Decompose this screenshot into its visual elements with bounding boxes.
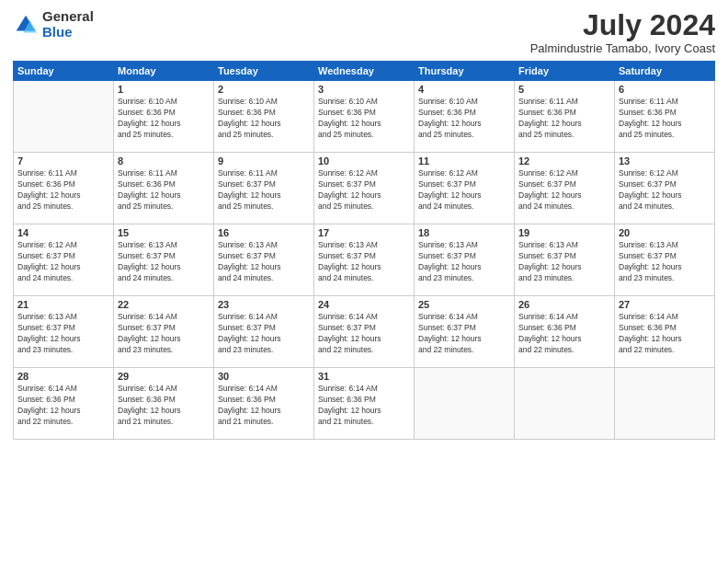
calendar-day: 15Sunrise: 6:13 AM Sunset: 6:37 PM Dayli… [114, 224, 214, 296]
col-tuesday: Tuesday [214, 62, 314, 81]
day-info: Sunrise: 6:14 AM Sunset: 6:36 PM Dayligh… [118, 384, 210, 428]
day-number: 14 [17, 227, 109, 238]
day-number: 3 [318, 84, 410, 95]
header-row: Sunday Monday Tuesday Wednesday Thursday… [14, 62, 715, 81]
calendar-day: 2Sunrise: 6:10 AM Sunset: 6:36 PM Daylig… [214, 81, 314, 153]
calendar-day: 16Sunrise: 6:13 AM Sunset: 6:37 PM Dayli… [214, 224, 314, 296]
calendar-day: 12Sunrise: 6:12 AM Sunset: 6:37 PM Dayli… [515, 153, 615, 224]
calendar-day: 24Sunrise: 6:14 AM Sunset: 6:37 PM Dayli… [314, 296, 415, 368]
logo-blue: Blue [42, 25, 94, 40]
day-number: 11 [418, 155, 510, 167]
calendar-title: July 2024 [530, 9, 715, 41]
day-info: Sunrise: 6:11 AM Sunset: 6:36 PM Dayligh… [17, 168, 109, 213]
day-info: Sunrise: 6:11 AM Sunset: 6:36 PM Dayligh… [518, 97, 610, 141]
day-number: 5 [518, 84, 610, 95]
day-number: 13 [619, 155, 711, 167]
day-info: Sunrise: 6:14 AM Sunset: 6:37 PM Dayligh… [118, 312, 210, 356]
day-info: Sunrise: 6:12 AM Sunset: 6:37 PM Dayligh… [17, 240, 109, 284]
calendar-day: 3Sunrise: 6:10 AM Sunset: 6:36 PM Daylig… [314, 81, 415, 153]
day-number: 29 [118, 371, 210, 382]
calendar-day: 4Sunrise: 6:10 AM Sunset: 6:36 PM Daylig… [415, 81, 515, 153]
calendar-day [14, 81, 114, 153]
day-number: 6 [619, 84, 711, 95]
day-number: 1 [118, 84, 210, 95]
col-saturday: Saturday [615, 62, 715, 81]
day-info: Sunrise: 6:13 AM Sunset: 6:37 PM Dayligh… [218, 240, 310, 284]
calendar-table: Sunday Monday Tuesday Wednesday Thursday… [13, 61, 715, 440]
calendar-day: 18Sunrise: 6:13 AM Sunset: 6:37 PM Dayli… [415, 224, 515, 296]
day-number: 12 [518, 155, 610, 167]
calendar-week-4: 21Sunrise: 6:13 AM Sunset: 6:37 PM Dayli… [14, 296, 715, 368]
day-number: 25 [418, 299, 510, 310]
col-sunday: Sunday [14, 62, 114, 81]
calendar-day: 10Sunrise: 6:12 AM Sunset: 6:37 PM Dayli… [314, 153, 415, 224]
day-info: Sunrise: 6:11 AM Sunset: 6:37 PM Dayligh… [218, 168, 310, 213]
day-number: 17 [318, 227, 410, 238]
day-info: Sunrise: 6:14 AM Sunset: 6:37 PM Dayligh… [418, 312, 510, 356]
calendar-day: 7Sunrise: 6:11 AM Sunset: 6:36 PM Daylig… [14, 153, 114, 224]
day-info: Sunrise: 6:12 AM Sunset: 6:37 PM Dayligh… [318, 168, 410, 213]
calendar-day: 29Sunrise: 6:14 AM Sunset: 6:36 PM Dayli… [114, 368, 214, 440]
calendar-day [615, 368, 715, 440]
calendar-day: 28Sunrise: 6:14 AM Sunset: 6:36 PM Dayli… [14, 368, 114, 440]
calendar-week-2: 7Sunrise: 6:11 AM Sunset: 6:36 PM Daylig… [14, 153, 715, 224]
day-info: Sunrise: 6:10 AM Sunset: 6:36 PM Dayligh… [318, 97, 410, 141]
day-info: Sunrise: 6:14 AM Sunset: 6:37 PM Dayligh… [318, 312, 410, 356]
calendar-day [515, 368, 615, 440]
logo-text: General Blue [42, 9, 94, 40]
day-info: Sunrise: 6:10 AM Sunset: 6:36 PM Dayligh… [418, 97, 510, 141]
day-number: 31 [318, 371, 410, 382]
day-info: Sunrise: 6:11 AM Sunset: 6:36 PM Dayligh… [118, 168, 210, 213]
day-number: 23 [218, 299, 310, 310]
calendar-week-1: 1Sunrise: 6:10 AM Sunset: 6:36 PM Daylig… [14, 81, 715, 153]
day-info: Sunrise: 6:13 AM Sunset: 6:37 PM Dayligh… [418, 240, 510, 284]
logo: General Blue [13, 9, 94, 40]
day-info: Sunrise: 6:13 AM Sunset: 6:37 PM Dayligh… [518, 240, 610, 284]
calendar-day [415, 368, 515, 440]
day-info: Sunrise: 6:12 AM Sunset: 6:37 PM Dayligh… [518, 168, 610, 213]
calendar-week-3: 14Sunrise: 6:12 AM Sunset: 6:37 PM Dayli… [14, 224, 715, 296]
day-number: 26 [518, 299, 610, 310]
day-number: 21 [17, 299, 109, 310]
day-info: Sunrise: 6:13 AM Sunset: 6:37 PM Dayligh… [318, 240, 410, 284]
day-number: 18 [418, 227, 510, 238]
calendar-day: 13Sunrise: 6:12 AM Sunset: 6:37 PM Dayli… [615, 153, 715, 224]
calendar-day: 23Sunrise: 6:14 AM Sunset: 6:37 PM Dayli… [214, 296, 314, 368]
calendar-day: 20Sunrise: 6:13 AM Sunset: 6:37 PM Dayli… [615, 224, 715, 296]
day-number: 15 [118, 227, 210, 238]
logo-icon [13, 12, 39, 38]
day-number: 10 [318, 155, 410, 167]
day-number: 16 [218, 227, 310, 238]
day-info: Sunrise: 6:14 AM Sunset: 6:36 PM Dayligh… [318, 384, 410, 428]
calendar-day: 31Sunrise: 6:14 AM Sunset: 6:36 PM Dayli… [314, 368, 415, 440]
col-thursday: Thursday [415, 62, 515, 81]
calendar-day: 25Sunrise: 6:14 AM Sunset: 6:37 PM Dayli… [415, 296, 515, 368]
calendar-day: 21Sunrise: 6:13 AM Sunset: 6:37 PM Dayli… [14, 296, 114, 368]
title-block: July 2024 Palmindustrie Tamabo, Ivory Co… [530, 9, 715, 55]
calendar-day: 8Sunrise: 6:11 AM Sunset: 6:36 PM Daylig… [114, 153, 214, 224]
calendar-day: 19Sunrise: 6:13 AM Sunset: 6:37 PM Dayli… [515, 224, 615, 296]
day-number: 30 [218, 371, 310, 382]
day-info: Sunrise: 6:13 AM Sunset: 6:37 PM Dayligh… [118, 240, 210, 284]
calendar-day: 27Sunrise: 6:14 AM Sunset: 6:36 PM Dayli… [615, 296, 715, 368]
day-info: Sunrise: 6:14 AM Sunset: 6:36 PM Dayligh… [17, 384, 109, 428]
day-info: Sunrise: 6:12 AM Sunset: 6:37 PM Dayligh… [418, 168, 510, 213]
day-number: 27 [619, 299, 711, 310]
day-info: Sunrise: 6:13 AM Sunset: 6:37 PM Dayligh… [619, 240, 711, 284]
day-number: 24 [318, 299, 410, 310]
page-header: General Blue July 2024 Palmindustrie Tam… [13, 9, 715, 55]
day-number: 28 [17, 371, 109, 382]
day-info: Sunrise: 6:14 AM Sunset: 6:36 PM Dayligh… [218, 384, 310, 428]
day-info: Sunrise: 6:14 AM Sunset: 6:36 PM Dayligh… [518, 312, 610, 356]
day-info: Sunrise: 6:11 AM Sunset: 6:36 PM Dayligh… [619, 97, 711, 141]
col-monday: Monday [114, 62, 214, 81]
calendar-day: 30Sunrise: 6:14 AM Sunset: 6:36 PM Dayli… [214, 368, 314, 440]
logo-general: General [42, 9, 94, 25]
calendar-day: 9Sunrise: 6:11 AM Sunset: 6:37 PM Daylig… [214, 153, 314, 224]
day-number: 4 [418, 84, 510, 95]
calendar-day: 11Sunrise: 6:12 AM Sunset: 6:37 PM Dayli… [415, 153, 515, 224]
col-friday: Friday [515, 62, 615, 81]
day-info: Sunrise: 6:12 AM Sunset: 6:37 PM Dayligh… [619, 168, 711, 213]
calendar-day: 17Sunrise: 6:13 AM Sunset: 6:37 PM Dayli… [314, 224, 415, 296]
calendar-week-5: 28Sunrise: 6:14 AM Sunset: 6:36 PM Dayli… [14, 368, 715, 440]
